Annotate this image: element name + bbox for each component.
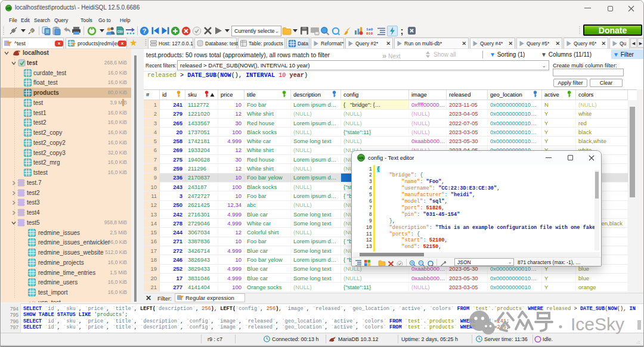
svg-text:HS: HS (7, 7, 11, 10)
svg-text:010: 010 (366, 32, 373, 35)
svg-text:HS: HS (358, 156, 363, 160)
svg-text:IceSky: IceSky (571, 314, 624, 334)
svg-text:?: ? (143, 27, 147, 34)
svg-text:1a0: 1a0 (366, 27, 373, 32)
svg-text:CSV: CSV (117, 30, 122, 33)
